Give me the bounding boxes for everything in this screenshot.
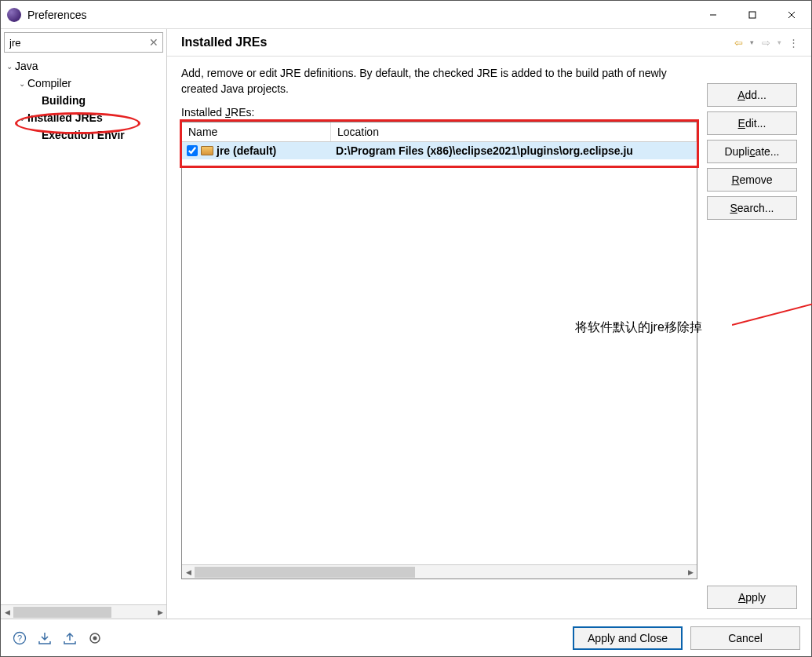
remove-button[interactable]: Remove (707, 168, 797, 192)
table-body: jre (default) D:\Program Files (x86)\ecl… (182, 142, 697, 564)
back-icon[interactable]: ⇦ (731, 35, 745, 49)
filter-input[interactable] (4, 32, 163, 53)
apply-close-button[interactable]: Apply and Close (573, 626, 683, 650)
duplicate-button[interactable]: Duplicate... (707, 140, 797, 163)
tree-node-execution-env[interactable]: Execution Envir (1, 126, 166, 144)
maximize-button[interactable] (733, 2, 772, 28)
help-icon[interactable]: ? (12, 630, 27, 646)
table-hscroll[interactable]: ◀ ▶ (182, 564, 697, 579)
col-location[interactable]: Location (331, 122, 697, 141)
scroll-left-icon[interactable]: ◀ (1, 608, 13, 616)
sidebar: ✕ ⌄ Java ⌄ Compiler Building ⌄ Installed… (1, 29, 167, 619)
cell-location: D:\Program Files (x86)\eclipse2021\plugi… (331, 144, 697, 157)
scroll-track[interactable] (13, 607, 154, 618)
header-toolbar: ⇦ ▾ ⇨ ▾ ⋮ (731, 35, 800, 49)
oomph-icon[interactable] (87, 630, 103, 646)
content-body: Add, remove or edit JRE definitions. By … (167, 57, 811, 579)
tree-label: Installed JREs (27, 111, 103, 124)
svg-point-9 (93, 636, 97, 640)
tree-label: Java (15, 60, 38, 72)
content-header: Installed JREs ⇦ ▾ ⇨ ▾ ⋮ (167, 29, 811, 57)
svg-rect-1 (749, 12, 756, 18)
page-title: Installed JREs (181, 35, 731, 49)
tree-node-java[interactable]: ⌄ Java (1, 57, 166, 75)
menu-icon[interactable]: ⋮ (786, 35, 800, 49)
tree-node-installed-jres[interactable]: ⌄ Installed JREs (1, 109, 166, 126)
app-icon (7, 8, 21, 22)
minimize-button[interactable] (694, 2, 733, 28)
content-left: Add, remove or edit JRE definitions. By … (181, 66, 697, 579)
preferences-tree: ⌄ Java ⌄ Compiler Building ⌄ Installed J… (1, 56, 166, 604)
scroll-left-icon[interactable]: ◀ (182, 568, 195, 576)
window-title: Preferences (27, 9, 694, 21)
tree-label: Building (42, 94, 86, 107)
chevron-down-icon: ⌄ (16, 79, 27, 88)
edit-button[interactable]: Edit... (707, 111, 797, 135)
content-pane: Installed JREs ⇦ ▾ ⇨ ▾ ⋮ Add, remove or … (167, 29, 811, 619)
close-button[interactable] (772, 2, 811, 28)
scroll-right-icon[interactable]: ▶ (684, 568, 697, 576)
import-icon[interactable] (37, 630, 53, 646)
jre-name: jre (default) (217, 144, 276, 157)
add-button[interactable]: Add... (707, 83, 797, 107)
cancel-button[interactable]: Cancel (690, 626, 800, 650)
list-label: Installed JREs: (181, 106, 697, 119)
tree-node-compiler[interactable]: ⌄ Compiler (1, 75, 166, 92)
bottom-bar: ? Apply and Close Cancel (1, 619, 811, 656)
dropdown-icon[interactable]: ▾ (750, 38, 754, 46)
preferences-window: Preferences ✕ ⌄ Java (0, 0, 812, 657)
window-controls (694, 2, 811, 28)
dropdown-icon[interactable]: ▾ (777, 38, 781, 46)
col-name[interactable]: Name (182, 122, 331, 141)
scroll-right-icon[interactable]: ▶ (154, 608, 166, 616)
table-row[interactable]: jre (default) D:\Program Files (x86)\ecl… (182, 142, 697, 159)
tree-label: Compiler (27, 77, 71, 89)
bottom-icons: ? (12, 630, 573, 646)
clear-filter-icon[interactable]: ✕ (149, 36, 158, 49)
jre-icon (201, 146, 213, 155)
cell-name: jre (default) (182, 144, 331, 157)
jre-checkbox[interactable] (187, 145, 198, 156)
chevron-down-icon: ⌄ (16, 114, 27, 122)
scroll-thumb[interactable] (13, 607, 111, 618)
tree-label: Execution Envir (42, 129, 125, 141)
page-description: Add, remove or edit JRE definitions. By … (181, 66, 697, 97)
table-header: Name Location (182, 122, 697, 142)
sidebar-hscroll[interactable]: ◀ ▶ (1, 604, 166, 619)
scroll-track[interactable] (195, 567, 684, 578)
titlebar: Preferences (1, 1, 811, 29)
action-buttons: Add... Edit... Duplicate... Remove Searc… (707, 66, 797, 579)
tree-node-building[interactable]: Building (1, 92, 166, 109)
scroll-thumb[interactable] (195, 567, 415, 578)
apply-row: Apply (167, 579, 811, 619)
jre-table: Name Location jre (default) D:\Program (181, 122, 697, 579)
bottom-buttons: Apply and Close Cancel (573, 626, 800, 650)
chevron-down-icon: ⌄ (4, 62, 15, 71)
apply-label: Apply (738, 591, 766, 604)
export-icon[interactable] (62, 630, 78, 646)
apply-button[interactable]: Apply (707, 586, 797, 609)
main-area: ✕ ⌄ Java ⌄ Compiler Building ⌄ Installed… (1, 29, 811, 619)
forward-icon[interactable]: ⇨ (759, 35, 773, 49)
filter-wrap: ✕ (1, 29, 166, 56)
search-button[interactable]: Search... (707, 196, 797, 220)
svg-text:?: ? (17, 633, 22, 643)
